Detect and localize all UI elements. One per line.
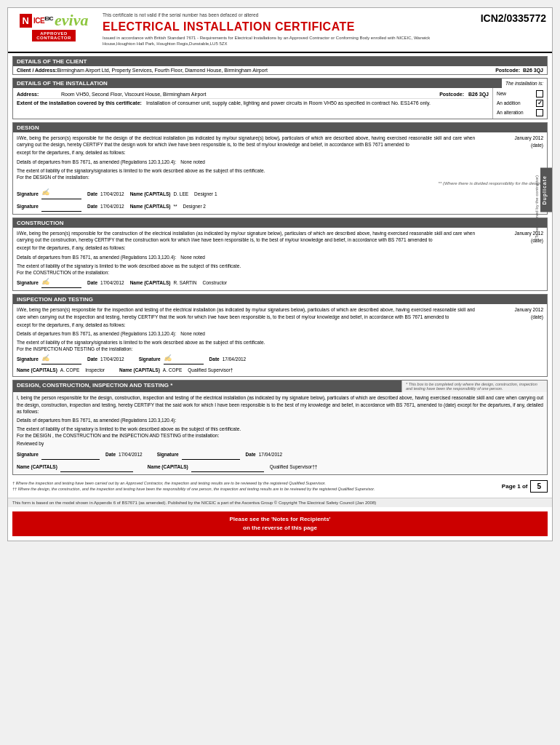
- dci-sig1-label: Signature: [17, 451, 39, 458]
- design-name1-label: Name (CAPITALS): [130, 191, 171, 198]
- bottom-bar-line2: on the reverse of this page: [16, 524, 544, 533]
- dci-sig2-label: Signature: [157, 451, 179, 458]
- design-text-row: I/We, being the person(s) responsible fo…: [17, 135, 543, 149]
- dci-name2-line: [191, 462, 264, 472]
- serial-number: ICN2/0335772: [481, 12, 546, 24]
- client-postcode-value: B26 3QJ: [523, 68, 543, 73]
- dci-date-block-1: Date 17/04/2012: [105, 451, 143, 458]
- installation-section-header: DETAILS OF THE INSTALLATION: [13, 79, 502, 88]
- inspection-for-label: For the INSPECTION AND TESTING of the in…: [17, 346, 133, 351]
- page-number-box: 5: [530, 480, 548, 493]
- installation-right: New An addition An alteration: [492, 88, 547, 119]
- logo-iceic: ICEEIC: [33, 16, 53, 25]
- dci-date-block-2: Date 17/04/2012: [246, 451, 283, 458]
- dci-name-block-1: Name (CAPITALS): [17, 462, 133, 472]
- inspection-cert-text: I/We, being the person(s) responsible fo…: [17, 306, 475, 321]
- design-divided-resp: ** (Where there is divided responsibilit…: [17, 180, 543, 187]
- extent-value: Installation of consumer unit, supply ca…: [146, 100, 489, 105]
- inspection-cert-text-2: except for the departures, if any, detai…: [17, 322, 543, 329]
- design-sig1-line: ✍: [41, 189, 81, 199]
- design-sig-row-1: Signature ✍ Date 17/04/2012 Name (CAPITA…: [17, 189, 543, 199]
- design-sig-block-1: Signature ✍: [17, 189, 81, 199]
- design-divided-resp-text: ** (Where there is divided responsibilit…: [439, 180, 543, 187]
- design-sig1-label: Signature: [17, 191, 39, 198]
- inspection-date2-value: 17/04/2012: [223, 356, 247, 363]
- design-date-right: January 2012 (date): [478, 135, 543, 149]
- inspection-sig2-label: Signature: [139, 356, 161, 363]
- dci-date-amended: (date): [444, 402, 456, 407]
- installation-address-row: Address: Room VH50, Second Floor, Viscou…: [17, 90, 489, 99]
- installation-extent-row: Extent of the installation covered by th…: [17, 99, 489, 107]
- inspection-text-row: I/We, being the person(s) responsible fo…: [17, 306, 543, 321]
- construction-cert-text-2: except for the departures, if any, detai…: [17, 244, 543, 252]
- dci-asterisk-note: * This box to be completed only where th…: [401, 381, 547, 392]
- inspection-sig2-line: ✍: [164, 354, 204, 364]
- inspection-section: INSPECTION AND TESTING I/We, being the p…: [12, 294, 548, 377]
- dci-name1-label: Name (CAPITALS): [17, 463, 57, 471]
- dci-sig-row-1: Signature Date 17/04/2012 Signature Date…: [17, 450, 543, 460]
- alteration-checkbox: [536, 109, 543, 116]
- dci-name2-label: Name (CAPITALS): [148, 463, 188, 471]
- client-row: Client / Address: Birmingham Airport Ltd…: [13, 66, 547, 74]
- dci-sig1-line: [41, 450, 100, 460]
- new-checkbox: [536, 90, 543, 97]
- design-date1-label: Date: [87, 191, 97, 198]
- serial-notice: This certificate is not valid if the ser…: [103, 12, 263, 17]
- construction-body: I/We, being the person(s) responsible fo…: [13, 228, 547, 290]
- design-extent-row: The extent of liability of the signatory…: [17, 167, 543, 180]
- design-date2-label: Date: [87, 203, 97, 210]
- dci-sig2-line: [182, 450, 240, 460]
- inspection-name2-value: A. COPE: [163, 367, 182, 374]
- inspection-date-amended: January 2012: [515, 307, 543, 312]
- inspection-name-block-1: Name (CAPITALS) A. COPE: [17, 367, 79, 374]
- design-date2-value: 17/04/2012: [100, 203, 124, 210]
- construction-sig1-label: Signature: [17, 279, 39, 287]
- inspection-date-right: January 2012 (date): [478, 306, 543, 321]
- dci-role2: Qualified Supervisor††: [270, 463, 318, 471]
- inspection-text-1: I/We, being the person(s) responsible fo…: [17, 307, 475, 319]
- inspection-sig1-line: ✍: [41, 354, 81, 364]
- inspection-section-header: INSPECTION AND TESTING: [13, 295, 547, 304]
- inspection-extent-text: The extent of liability of the signatory…: [17, 340, 265, 345]
- dci-name1-line: [60, 462, 133, 472]
- design-extent-text: The extent of liability of the signatory…: [17, 168, 265, 173]
- construction-departures-label: Details of departures from BS 7671, as a…: [17, 254, 176, 261]
- dci-header-row: DESIGN, CONSTRUCTION, INSPECTION AND TES…: [13, 381, 547, 392]
- installation-header: DETAILS OF THE INSTALLATION The installa…: [13, 79, 547, 88]
- dci-date2-value: 17/04/2012: [259, 451, 283, 458]
- client-section: DETAILS OF THE CLIENT Client / Address: …: [12, 56, 548, 75]
- design-role1: Designer 1: [194, 191, 217, 198]
- inspection-role1: Inspector: [85, 367, 105, 374]
- dci-reviewed-row: Reviewed by: [17, 440, 543, 447]
- design-date1-value: 17/04/2012: [100, 191, 124, 198]
- dci-extent-text: The extent of liability of the signatory…: [17, 426, 241, 431]
- extent-label: Extent of the installation covered by th…: [17, 100, 142, 105]
- form-info-text: This form is based on the model shown in…: [12, 501, 376, 505]
- inspection-sig1-label: Signature: [17, 356, 39, 363]
- design-sig2-label: Signature: [17, 203, 39, 210]
- construction-cert-text: I/We, being the person(s) responsible fo…: [17, 230, 475, 244]
- logo-n: N: [20, 14, 32, 28]
- installation-section: DETAILS OF THE INSTALLATION The installa…: [12, 78, 548, 119]
- dci-body: I, being the person responsible for the …: [13, 392, 547, 474]
- inspection-extent-row: The extent of liability of the signatory…: [17, 339, 543, 352]
- dci-date2-label: Date: [246, 451, 256, 458]
- client-postcode-label: Postcode:: [495, 68, 520, 73]
- bottom-bar-line1: Please see the 'Notes for Recipients': [16, 515, 544, 524]
- design-role2: Designer 2: [183, 203, 206, 210]
- inspection-departures-row: Details of departures from BS 7671, as a…: [17, 330, 543, 338]
- design-name1-value: D. LEE: [173, 191, 188, 198]
- construction-section-header: CONSTRUCTION: [13, 218, 547, 228]
- certificate-subtitle: Issued in accordance with British Standa…: [103, 35, 459, 47]
- construction-sig-block-1: Signature ✍: [17, 278, 81, 288]
- design-section-header: DESIGN: [13, 123, 547, 132]
- alteration-row: An alteration: [497, 109, 543, 116]
- inspection-role2: Qualified Supervisor†: [188, 367, 233, 374]
- client-label: Client / Address:: [17, 68, 57, 73]
- construction-sig1-line: ✍: [41, 278, 81, 288]
- approved-contractor-label: APPROVEDCONTRACTOR: [32, 30, 76, 41]
- construction-date-block-1: Date 17/04/2012: [87, 279, 124, 287]
- page-footer: † Where the inspection and testing have …: [12, 478, 548, 495]
- new-label: New: [497, 91, 506, 96]
- duplicate-note: (To be retained by the contractor): [535, 175, 540, 239]
